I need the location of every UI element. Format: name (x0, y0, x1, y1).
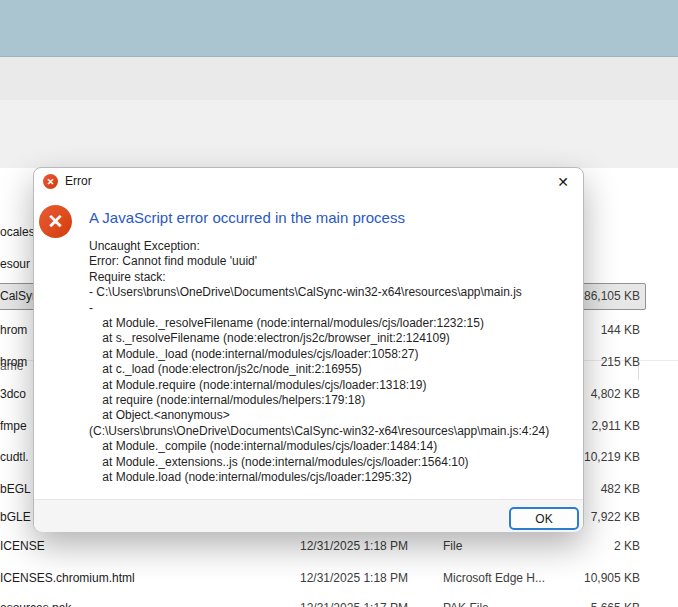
error-badge-icon: ✕ (43, 174, 58, 189)
file-name: esour (0, 249, 30, 279)
screen: Personal›Documents›CalSync-win32-x64› Se… (0, 0, 678, 607)
file-type: Microsoft Edge H... (443, 563, 545, 593)
file-type: PAK File (443, 593, 489, 607)
file-name: bGLE (0, 502, 31, 532)
file-size: 2 KB (614, 531, 640, 561)
dialog-title: Error (65, 174, 92, 188)
file-type: File (443, 531, 462, 561)
file-name: ICENSE (0, 531, 45, 561)
file-size: 2,911 KB (592, 411, 640, 441)
file-date: 12/31/2025 1:17 PM (300, 593, 408, 607)
table-row[interactable]: ICENSE12/31/2025 1:18 PMFile2 KB (0, 531, 678, 561)
file-date: 12/31/2025 1:18 PM (300, 563, 408, 593)
close-icon[interactable]: ✕ (551, 170, 575, 194)
ok-button[interactable]: OK (509, 507, 579, 530)
file-name: hrom (0, 347, 27, 377)
dialog-heading: A JavaScript error occurred in the main … (89, 209, 405, 226)
table-row[interactable]: esources.pak12/31/2025 1:17 PMPAK File5,… (0, 593, 678, 607)
file-name: fmpe (0, 411, 27, 441)
table-row[interactable]: ICENSES.chromium.html12/31/2025 1:18 PMM… (0, 563, 678, 593)
dialog-titlebar: ✕ Error ✕ (34, 168, 583, 196)
file-name: hrom (0, 315, 27, 345)
file-size: 482 KB (601, 474, 640, 504)
error-dialog: ✕ Error ✕ ✕ A JavaScript error occurred … (33, 167, 584, 532)
file-size: 4,802 KB (591, 379, 640, 409)
file-name: esources.pak (0, 593, 71, 607)
command-toolbar: ↑ (0, 140, 678, 168)
desktop-background (0, 0, 678, 56)
file-date: 12/31/2025 1:18 PM (300, 531, 408, 561)
file-name: ocales (0, 217, 35, 247)
stack-trace-text: Uncaught Exception: Error: Cannot find m… (89, 239, 575, 486)
file-size: 7,922 KB (591, 502, 640, 532)
file-size: 10,905 KB (584, 563, 640, 593)
error-icon: ✕ (39, 205, 72, 238)
file-name: ICENSES.chromium.html (0, 563, 135, 593)
file-name: cudtl. (0, 442, 29, 472)
file-size: 215 KB (601, 347, 640, 377)
file-name: 3dco (0, 379, 26, 409)
explorer-titlebar (0, 56, 678, 100)
file-name: bEGL (0, 474, 31, 504)
file-size: 86,105 KB (584, 281, 640, 311)
dialog-footer: OK (34, 499, 583, 532)
file-size: 144 KB (601, 315, 640, 345)
address-bar: Personal›Documents›CalSync-win32-x64› Se… (0, 100, 678, 140)
file-size: 5,665 KB (591, 593, 640, 607)
file-size: 10,219 KB (584, 442, 640, 472)
